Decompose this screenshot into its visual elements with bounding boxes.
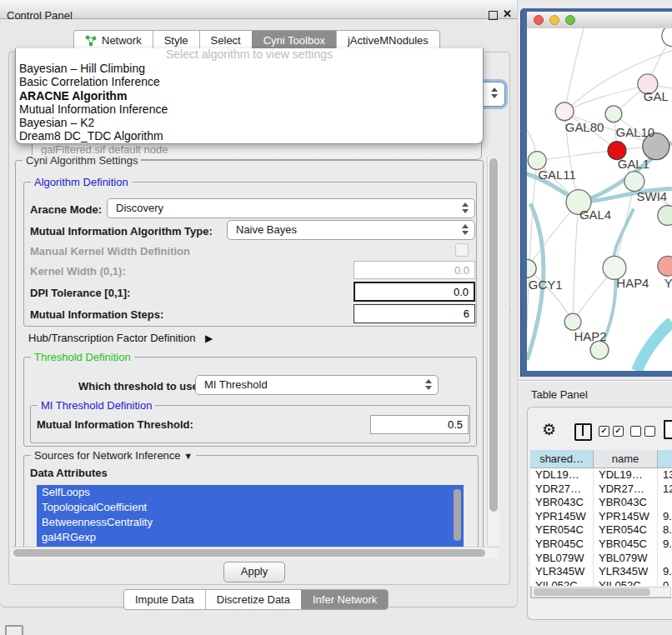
collapse-down-icon[interactable]: ▼ [183,451,193,461]
control-panel-titlebar[interactable] [0,0,517,19]
minimize-traffic-light-icon[interactable] [549,15,559,25]
dropdown-item[interactable]: Bayesian – K2 [16,116,483,129]
mi-type-combobox[interactable]: Naive Bayes [227,220,475,240]
scrollbar-thumb[interactable] [13,549,485,557]
table-row[interactable]: YBR043CYBR043C [530,496,672,510]
dropdown-item[interactable]: Mutual Information Inference [16,102,483,116]
tab-infer-network[interactable]: Infer Network [301,590,388,609]
zoom-traffic-light-icon[interactable] [565,15,575,25]
tab-jactivemnodules[interactable]: jActiveMNodules [336,31,439,50]
list-item[interactable]: gal4RGexp [37,530,464,545]
network-graph: GAL GAL80 GAL10 GAL1 GAL11 SWI4 GAL4 GCY… [527,28,672,371]
dropdown-prompt: Select algorithm to view settings [16,48,483,62]
column-header-name[interactable]: name [594,450,658,468]
node-hap2[interactable] [564,313,581,330]
table-row[interactable]: YBL079WYBL079W [530,552,672,566]
mi-steps-label: Mutual Information Steps: [30,308,163,321]
group-title: Algorithm Definition [31,176,132,188]
table-row[interactable]: YPR145WYPR145W9. [530,510,672,524]
tab-impute-data[interactable]: Impute Data [124,590,205,609]
close-icon[interactable]: ✕ [503,8,512,20]
settings-scroll-viewport: Cyni Algorithm Settings Algorithm Defini… [12,155,487,547]
node[interactable] [658,205,672,225]
stepper-icon [462,224,469,235]
dpi-tolerance-field[interactable]: 0.0 [354,282,475,302]
checked-box-icon: ✓ [599,426,609,437]
tab-network[interactable]: Network [74,31,153,50]
node-swi4[interactable] [624,172,644,192]
dropdown-item[interactable]: Basic Correlation Inference [16,75,483,88]
network-canvas[interactable]: GAL GAL80 GAL10 GAL1 GAL11 SWI4 GAL4 GCY… [527,28,672,371]
checked-box-icon: ✓ [613,426,624,437]
mi-type-label: Mutual Information Algorithm Type: [30,225,213,238]
tab-select[interactable]: Select [199,31,252,50]
node-salmon[interactable] [658,256,672,276]
tab-discretize-data[interactable]: Discretize Data [205,590,301,609]
horizontal-scrollbar[interactable] [12,547,499,558]
data-attributes-list[interactable]: SelfLoops TopologicalCoefficient Between… [37,485,464,547]
aracne-mode-combobox[interactable]: Discovery [107,198,475,218]
table-row[interactable]: YLR345WYLR345W9. [530,565,672,579]
column-view-icon[interactable] [574,423,592,441]
mi-steps-field[interactable]: 6 [354,304,475,323]
node-label: GCY1 [529,278,563,292]
table-row[interactable]: YDR27…YDR27…12 [530,482,672,497]
column-header-shared-name[interactable]: shared… [530,450,594,468]
tab-style[interactable]: Style [153,31,199,50]
table-panel-title: Table Panel [531,388,588,401]
manual-kernel-label: Manual Kernel Width Definition [30,245,190,258]
kernel-width-field[interactable]: 0.0 [354,261,475,279]
stepper-icon [491,88,498,98]
dropdown-item-selected[interactable]: ARACNE Algorithm [16,89,483,102]
control-panel-title: Control Panel [7,9,73,22]
gear-icon[interactable]: ⚙ [542,421,556,439]
list-item[interactable]: BetweennessCentrality [37,515,464,530]
float-window-icon[interactable] [489,11,498,20]
node-label: Y [664,276,672,290]
algorithm-dropdown-list: Select algorithm to view settings Bayesi… [15,48,484,144]
tab-cyni-toolbox[interactable]: Cyni Toolbox [252,31,336,50]
floating-corner-button[interactable] [5,625,23,635]
group-title: Threshold Definition [31,351,134,363]
table-row[interactable]: YBR045CYBR045C9. [530,538,672,552]
dpi-tolerance-label: DPI Tolerance [0,1]: [30,287,130,299]
node[interactable] [662,28,672,47]
dropdown-item[interactable]: Bayesian – Hill Climbing [16,62,483,75]
table-horizontal-scrollbar[interactable] [531,587,671,598]
aracne-mode-label: Aracne Mode: [30,203,102,216]
node-gal10[interactable] [605,106,622,122]
which-threshold-label: Which threshold to use: [78,380,202,392]
node-label: SWI4 [637,189,668,203]
node-gal80[interactable] [555,102,574,121]
cyni-bottom-tabbar: Impute Data Discretize Data Infer Networ… [123,589,389,610]
node-label: GAL4 [579,208,611,222]
which-threshold-combobox[interactable]: MI Threshold [195,375,439,395]
scrollbar-thumb[interactable] [534,588,650,596]
unchecked-box-icon [630,426,641,437]
hub-definition-expander[interactable]: Hub/Transcription Factor Definition ▶ [28,332,213,344]
list-item[interactable]: TopologicalCoefficient [37,500,464,515]
file-icon[interactable] [664,420,672,439]
table-body[interactable]: YDL19…YDL19…13 YDR27…YDR27…12 YBR043CYBR… [530,468,672,586]
node-label: HAP2 [574,329,606,343]
list-item[interactable]: SelfLoops [37,485,464,500]
node-label: GAL11 [538,168,575,182]
table-row[interactable]: YDL19…YDL19…13 [530,468,672,482]
column-header[interactable] [658,450,672,468]
node-label: GAL1 [618,157,649,171]
stepper-icon [425,379,432,390]
select-all-icon[interactable]: ✓ ✓ [599,426,624,437]
clear-selection-icon[interactable] [630,426,655,437]
table-row[interactable]: YER054CYER054C8. [530,523,672,538]
vertical-scrollbar[interactable] [487,157,499,545]
scrollbar-thumb[interactable] [489,158,498,512]
manual-kernel-checkbox[interactable] [455,243,469,257]
dropdown-item[interactable]: Dream8 DC_TDC Algorithm [16,129,483,142]
close-traffic-light-icon[interactable] [534,15,544,25]
apply-button[interactable]: Apply [223,562,285,582]
table-row[interactable]: YIL052CYIL052C0. [530,579,672,586]
list-scrollbar-thumb[interactable] [454,489,461,541]
node[interactable] [590,341,609,359]
panel-divider [517,381,672,382]
mi-threshold-field[interactable]: 0.5 [370,415,469,434]
